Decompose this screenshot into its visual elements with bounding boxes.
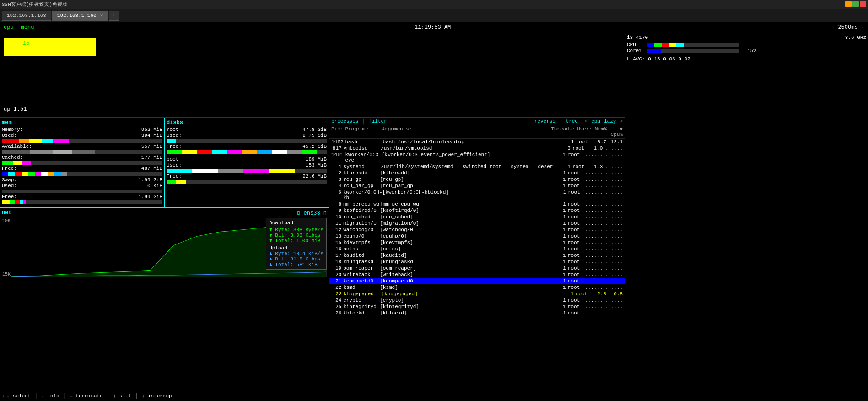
table-row[interactable]: 1462 bash bash /usr/local/bin/bashtop 1 … — [329, 139, 625, 145]
table-row[interactable]: 25 kintegrityd [kintegrityd] 1 root ....… — [329, 303, 625, 310]
proc-cpu: ...... — [604, 304, 623, 309]
interrupt-button[interactable]: ↓ interrupt — [142, 393, 175, 399]
refresh-control[interactable]: + 2500ms - — [831, 24, 864, 31]
mem-swap-label: Swap: — [2, 177, 17, 183]
proc-pid: 15 — [331, 240, 343, 245]
proc-args: bash /usr/local/bin/bashtop — [383, 139, 556, 145]
title-bar: SSH客户端(多标签页)免费版 — [0, 0, 868, 9]
mem-available-row: Available: 557 MiB — [2, 144, 162, 149]
menu-nav-item[interactable]: menu — [21, 24, 34, 31]
proc-mem: ...... — [585, 266, 605, 271]
cpu-speed: 3.6 GHz — [845, 35, 866, 40]
table-row[interactable]: 2 kthreadd [kthreadd] 1 root ...... ....… — [329, 170, 625, 176]
proc-program: migration/0 — [343, 221, 380, 226]
table-row[interactable]: 12 watchdog/0 [watchdog/0] 1 root ......… — [329, 227, 625, 233]
tab-1-label: 192.168.1.163 — [7, 13, 46, 18]
col-arguments: Arguments: — [382, 126, 551, 137]
table-row[interactable]: 3 rcu_gp [rcu_gp] 1 root ...... ...... — [329, 176, 625, 183]
terminate-button[interactable]: ↓ terminate — [70, 393, 103, 399]
mem-memory-val: 952 MiB — [141, 127, 162, 132]
table-row[interactable]: 21 kcompactd0 [kcompactd0] 1 root ......… — [329, 278, 625, 284]
mem-used-bar — [2, 139, 162, 143]
proc-program: kblockd — [343, 310, 380, 316]
tab-2[interactable]: 192.168.1.160 ✕ — [52, 11, 108, 21]
proc-args: [rcu_par_gp] — [380, 183, 549, 189]
proc-program: ksoftirqd/0 — [343, 208, 380, 213]
disk-boot-free-row: Free: 22.6 MiB — [167, 173, 327, 179]
proc-pid: 23 — [331, 291, 344, 297]
table-row[interactable]: 24 crypto [crypto] 1 root ...... ...... — [329, 297, 625, 303]
table-row[interactable]: 18 khungtaskd [khungtaskd] 1 root ......… — [329, 259, 625, 265]
proc-program: rcu_par_gp — [343, 183, 380, 189]
proc-mem: ...... — [585, 298, 605, 303]
table-row[interactable]: 10 rcu_sched [rcu_sched] 1 root ...... .… — [329, 214, 625, 220]
processes-title: processes — [331, 119, 358, 124]
minimize-button[interactable] — [845, 1, 852, 7]
proc-program: vmtoolsd — [344, 146, 381, 151]
table-row[interactable]: 15 kdevtmpfs [kdevtmpfs] 1 root ...... .… — [329, 239, 625, 246]
proc-mem: ...... — [585, 221, 605, 226]
cpu-nav-item[interactable]: cpu — [4, 24, 14, 31]
proc-user: root — [572, 146, 590, 151]
processes-panel: processes ┤ filter reverse ┤ tree ┤< cpu… — [329, 118, 625, 390]
table-row[interactable]: 16 netns [netns] 1 root ...... ...... — [329, 246, 625, 252]
table-row[interactable]: 1 systemd /usr/lib/systemd/systemd --swi… — [329, 163, 625, 170]
download-bit: ▼ Bit: 3.03 Kibps — [269, 233, 323, 238]
table-row[interactable]: 1461 kworker/0:3-eve [kworker/0:3-events… — [329, 152, 625, 163]
mem-swap-val: 1.99 GiB — [138, 177, 162, 183]
proc-mem: ...... — [585, 310, 605, 316]
disk-root-used-row: Used: 2.75 GiB — [167, 133, 327, 138]
table-row[interactable]: 20 writeback [writeback] 1 root ...... .… — [329, 271, 625, 278]
select-button[interactable]: ↓ select — [7, 393, 31, 399]
table-row[interactable]: 22 ksmd [ksmd] 1 root ...... ...... — [329, 284, 625, 291]
disk-root-label-row: root 47.8 GiB — [167, 127, 327, 132]
maximize-button[interactable] — [852, 1, 859, 7]
proc-mem: 1.3 — [590, 164, 605, 169]
table-row[interactable]: 817 vmtoolsd /usr/bin/vmtoolsd 3 root 1.… — [329, 145, 625, 152]
reverse-label[interactable]: reverse — [534, 119, 555, 124]
table-row[interactable]: 17 kauditd [kauditd] 1 root ...... .....… — [329, 252, 625, 259]
table-row[interactable]: 9 ksoftirqd/0 [ksoftirqd/0] 1 root .....… — [329, 207, 625, 214]
mem-available-label: Available: — [2, 144, 32, 149]
lavg-values: 0.16 0.06 0.02 — [648, 56, 690, 62]
proc-program: kintegrityd — [343, 304, 380, 309]
table-row[interactable]: 6 kworker/0:0H-kb [kworker/0:0H-kblockd]… — [329, 189, 625, 201]
table-row[interactable]: 8 mm_percpu_wq [mm_percpu_wq] 1 root ...… — [329, 201, 625, 207]
add-tab-button[interactable]: + — [109, 11, 119, 21]
proc-args: [kthreadd] — [380, 170, 549, 176]
proc-args: [netns] — [380, 246, 549, 252]
net-panel: net b ens33 n 10K 15K — [0, 207, 329, 390]
tab-2-close-icon[interactable]: ✕ — [100, 12, 103, 18]
proc-pid: 25 — [331, 304, 343, 309]
table-row[interactable]: 4 rcu_par_gp [rcu_par_gp] 1 root ...... … — [329, 183, 625, 189]
mem-memory-label: Memory: — [2, 127, 23, 132]
cpu-bar — [4, 38, 96, 56]
proc-pid: 13 — [331, 233, 343, 239]
table-row[interactable]: 19 oom_reaper [oom_reaper] 1 root ......… — [329, 265, 625, 271]
table-row[interactable]: 13 cpuhp/0 [cpuhp/0] 1 root ...... .....… — [329, 233, 625, 239]
tree-label[interactable]: tree — [566, 119, 578, 124]
table-row[interactable]: 23 khugepaged [khugepaged] 1 root 2.8 0.… — [329, 291, 625, 297]
proc-cpu: ...... — [604, 272, 623, 277]
kill-button[interactable]: ↓ kill — [113, 393, 131, 399]
table-row[interactable]: 11 migration/0 [migration/0] 1 root ....… — [329, 220, 625, 227]
proc-cpu: ...... — [604, 253, 623, 258]
proc-cpu: 12.1 — [608, 139, 623, 145]
lazy-label[interactable]: lazy — [604, 119, 616, 124]
proc-pid: 8 — [331, 201, 343, 207]
cpu-sort-label[interactable]: cpu — [591, 119, 600, 124]
close-button[interactable] — [860, 1, 866, 7]
proc-cpu: ...... — [604, 152, 623, 163]
proc-args: [khungtaskd] — [380, 259, 549, 265]
mem-cached-bar — [2, 161, 162, 165]
tab-1[interactable]: 192.168.1.163 — [2, 11, 51, 21]
disks-panel: disks root 47.8 GiB Used: 2.75 GiB — [165, 118, 329, 207]
table-row[interactable]: 26 kblockd [kblockd] 1 root ...... .....… — [329, 310, 625, 316]
proc-user: root — [568, 304, 585, 309]
proc-threads: 1 — [549, 259, 568, 265]
info-button[interactable]: ↓ info — [41, 393, 59, 399]
filter-label[interactable]: filter — [369, 119, 387, 124]
tab-bar: 192.168.1.163 192.168.1.160 ✕ + — [0, 9, 868, 22]
disk-root-free: 45.2 GiB — [302, 144, 327, 149]
proc-threads: 1 — [549, 170, 568, 176]
